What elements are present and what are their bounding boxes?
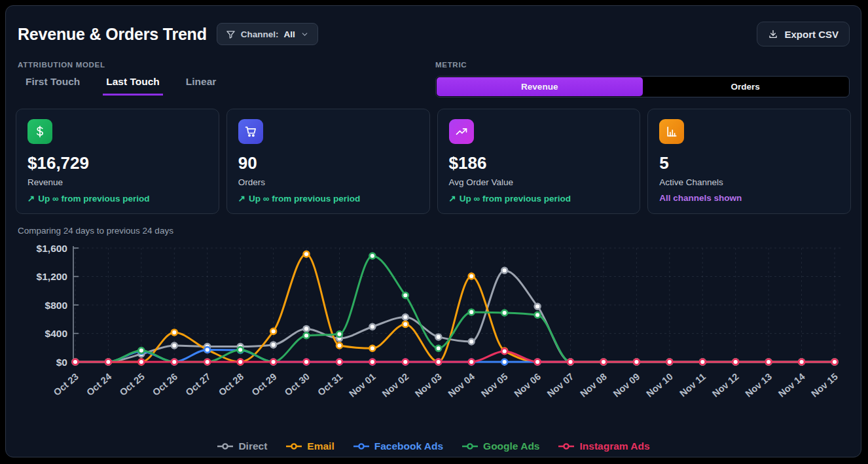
legend-item-email[interactable]: Email xyxy=(285,440,334,452)
revenue-orders-dashboard: Revenue & Orders Trend Channel: All Expo… xyxy=(5,5,861,457)
svg-text:Nov 04: Nov 04 xyxy=(446,371,477,399)
kpi-card-orders: 90Orders↗Up ∞ from previous period xyxy=(226,109,430,214)
svg-text:Nov 01: Nov 01 xyxy=(347,371,378,399)
metric-section: METRIC RevenueOrders xyxy=(435,61,850,98)
controls-row: ATTRIBUTION MODEL First TouchLast TouchL… xyxy=(6,61,861,98)
legend-marker-icon xyxy=(461,442,479,450)
legend-marker-icon xyxy=(285,442,302,450)
tab-linear[interactable]: Linear xyxy=(183,76,220,96)
legend-marker-icon xyxy=(558,442,575,450)
svg-text:$1,200: $1,200 xyxy=(37,271,67,282)
trend-up-arrow: ↗ xyxy=(238,193,245,204)
comparison-note: Comparing 24 days to previous 24 days xyxy=(18,226,861,236)
legend-item-direct[interactable]: Direct xyxy=(217,440,267,452)
download-icon xyxy=(768,29,778,39)
channel-filter-label: Channel: xyxy=(241,29,279,39)
legend-item-google-ads[interactable]: Google Ads xyxy=(461,440,539,452)
svg-text:Nov 11: Nov 11 xyxy=(678,371,708,399)
kpi-cards-row: $16,729Revenue↗Up ∞ from previous period… xyxy=(16,109,851,214)
kpi-note: ↗Up ∞ from previous period xyxy=(27,193,208,204)
export-csv-button[interactable]: Export CSV xyxy=(757,22,850,46)
tab-first-touch[interactable]: First Touch xyxy=(22,76,83,96)
trend-chart: $0$400$800$1,200$1,600Oct 23Oct 24Oct 25… xyxy=(6,238,861,435)
svg-text:Nov 05: Nov 05 xyxy=(479,371,510,399)
svg-text:$0: $0 xyxy=(56,357,67,368)
svg-text:Nov 12: Nov 12 xyxy=(710,371,741,399)
legend-item-instagram-ads[interactable]: Instagram Ads xyxy=(558,440,649,452)
svg-text:Nov 10: Nov 10 xyxy=(644,371,675,399)
kpi-note: ↗Up ∞ from previous period xyxy=(449,193,629,204)
legend-marker-icon xyxy=(353,442,370,450)
svg-text:Nov 14: Nov 14 xyxy=(776,371,807,399)
svg-text:Oct 30: Oct 30 xyxy=(283,371,312,398)
svg-text:Oct 24: Oct 24 xyxy=(84,371,113,398)
legend-item-facebook-ads[interactable]: Facebook Ads xyxy=(353,440,443,452)
kpi-card-avg-order-value: $186Avg Order Value↗Up ∞ from previous p… xyxy=(437,109,641,214)
legend-label: Direct xyxy=(238,440,267,452)
kpi-note-text: Up ∞ from previous period xyxy=(249,194,360,204)
trend-up-arrow: ↗ xyxy=(27,193,35,204)
header: Revenue & Orders Trend Channel: All Expo… xyxy=(6,6,861,46)
chart-legend: DirectEmailFacebook AdsGoogle AdsInstagr… xyxy=(6,440,861,452)
svg-text:Nov 15: Nov 15 xyxy=(809,371,840,399)
attribution-model-label: ATTRIBUTION MODEL xyxy=(18,61,435,69)
legend-label: Google Ads xyxy=(483,440,539,452)
metric-toggle: RevenueOrders xyxy=(435,76,850,98)
legend-label: Email xyxy=(307,440,334,452)
kpi-value: 90 xyxy=(238,153,418,173)
svg-text:Oct 27: Oct 27 xyxy=(183,371,212,398)
kpi-value: $186 xyxy=(449,153,629,173)
kpi-card-active-channels: 5Active ChannelsAll channels shown xyxy=(647,109,851,214)
kpi-label: Revenue xyxy=(27,177,208,187)
trending-up-icon xyxy=(449,119,474,144)
metric-option-revenue[interactable]: Revenue xyxy=(437,77,643,96)
export-csv-label: Export CSV xyxy=(784,29,839,40)
trend-chart-svg: $0$400$800$1,200$1,600Oct 23Oct 24Oct 25… xyxy=(6,238,861,435)
svg-text:Nov 06: Nov 06 xyxy=(512,371,543,399)
kpi-note: All channels shown xyxy=(659,193,839,203)
attribution-tabs: First TouchLast TouchLinear xyxy=(18,76,435,96)
attribution-section: ATTRIBUTION MODEL First TouchLast TouchL… xyxy=(18,61,435,98)
kpi-card-revenue: $16,729Revenue↗Up ∞ from previous period xyxy=(16,109,219,214)
metric-label: METRIC xyxy=(435,61,850,69)
metric-option-orders[interactable]: Orders xyxy=(643,77,849,96)
svg-text:Oct 23: Oct 23 xyxy=(52,371,81,398)
filter-icon xyxy=(226,29,236,39)
kpi-note: ↗Up ∞ from previous period xyxy=(238,193,418,204)
svg-text:Oct 26: Oct 26 xyxy=(151,371,179,398)
legend-marker-icon xyxy=(217,442,234,450)
svg-text:Oct 31: Oct 31 xyxy=(316,371,344,398)
svg-text:$800: $800 xyxy=(45,300,67,311)
svg-text:Nov 09: Nov 09 xyxy=(611,371,642,399)
tab-last-touch[interactable]: Last Touch xyxy=(103,76,163,96)
channel-filter-value: All xyxy=(284,29,295,39)
kpi-value: 5 xyxy=(659,153,839,173)
kpi-note-text: Up ∞ from previous period xyxy=(38,194,149,204)
kpi-label: Avg Order Value xyxy=(449,177,629,187)
cart-icon xyxy=(238,119,263,144)
svg-text:Nov 03: Nov 03 xyxy=(413,371,444,399)
chevron-down-icon xyxy=(300,30,309,39)
svg-text:Nov 08: Nov 08 xyxy=(578,371,609,399)
svg-text:$400: $400 xyxy=(45,328,67,339)
trend-up-arrow: ↗ xyxy=(449,193,456,204)
svg-text:Nov 02: Nov 02 xyxy=(380,371,411,399)
kpi-note-text: Up ∞ from previous period xyxy=(460,194,571,204)
svg-text:Oct 25: Oct 25 xyxy=(118,371,147,398)
svg-text:$1,600: $1,600 xyxy=(37,243,67,254)
legend-label: Facebook Ads xyxy=(374,440,443,452)
dollar-icon xyxy=(27,119,52,144)
svg-text:Oct 28: Oct 28 xyxy=(217,371,245,398)
svg-text:Oct 29: Oct 29 xyxy=(249,371,278,398)
kpi-label: Active Channels xyxy=(659,177,839,187)
channel-filter-button[interactable]: Channel: All xyxy=(217,23,318,45)
legend-label: Instagram Ads xyxy=(579,440,649,452)
bar-chart-icon xyxy=(659,119,684,144)
kpi-note-text: All channels shown xyxy=(659,193,742,203)
kpi-value: $16,729 xyxy=(27,153,208,173)
kpi-label: Orders xyxy=(238,177,418,187)
svg-text:Nov 07: Nov 07 xyxy=(545,371,576,399)
page-title: Revenue & Orders Trend xyxy=(18,25,207,44)
svg-text:Nov 13: Nov 13 xyxy=(743,371,774,399)
